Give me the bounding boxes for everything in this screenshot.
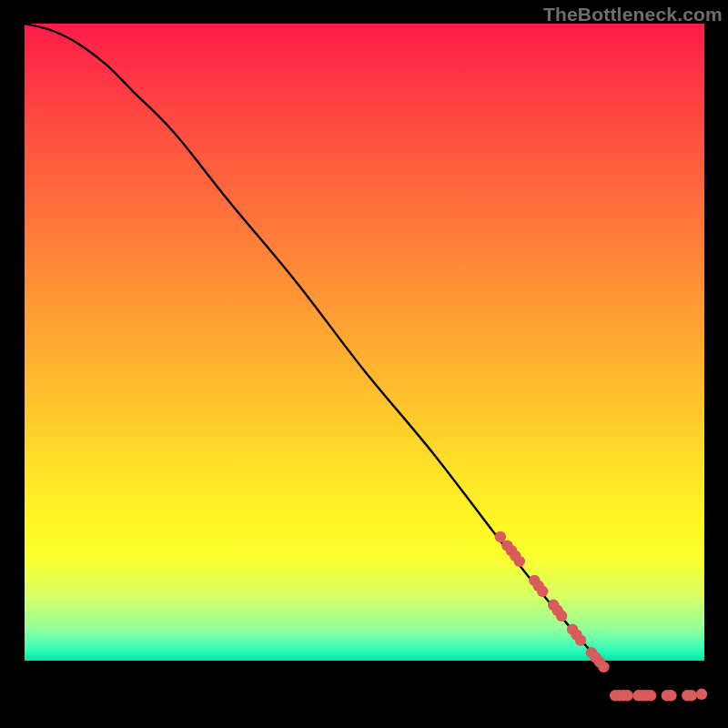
hotspot-marker bbox=[598, 662, 609, 672]
plot-area bbox=[25, 24, 704, 704]
chart-stage: TheBottleneck.com bbox=[0, 0, 728, 728]
hotspot-marker bbox=[622, 690, 632, 701]
hotspot-marker bbox=[495, 531, 506, 542]
hotspot-marker bbox=[645, 690, 656, 701]
hotspot-marker bbox=[556, 611, 567, 622]
hotspot-marker bbox=[537, 586, 548, 597]
hotspot-marker bbox=[696, 689, 707, 700]
hotspot-marker bbox=[686, 690, 697, 701]
hotspot-markers bbox=[495, 531, 708, 702]
watermark-text: TheBottleneck.com bbox=[543, 4, 723, 25]
hotspot-marker bbox=[514, 556, 525, 567]
chart-svg bbox=[25, 24, 704, 704]
bottleneck-curve bbox=[25, 24, 704, 698]
hotspot-marker bbox=[665, 690, 676, 701]
hotspot-marker bbox=[575, 635, 586, 646]
